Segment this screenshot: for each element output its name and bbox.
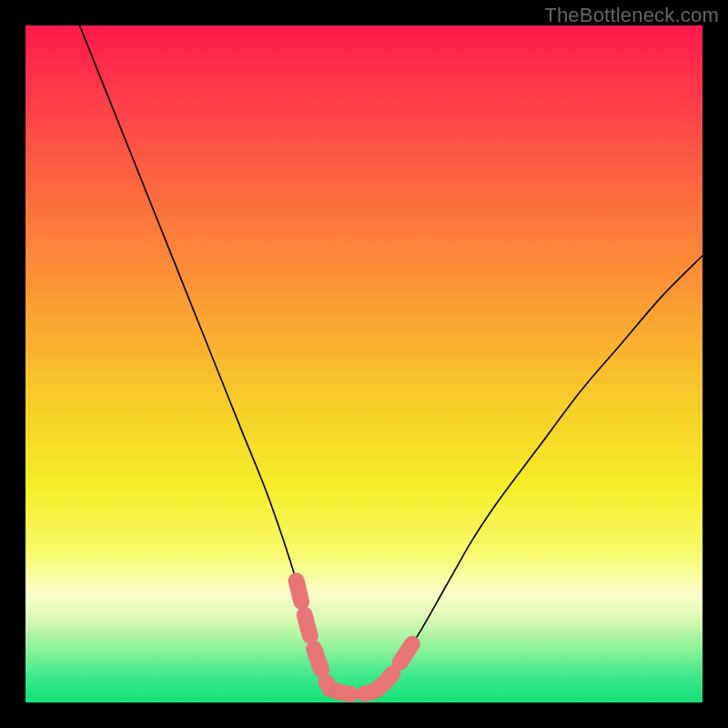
chart-background	[25, 25, 703, 703]
watermark-text: TheBottleneck.com	[544, 4, 719, 27]
chart-frame: TheBottleneck.com	[0, 0, 728, 728]
chart-plot	[25, 25, 703, 703]
